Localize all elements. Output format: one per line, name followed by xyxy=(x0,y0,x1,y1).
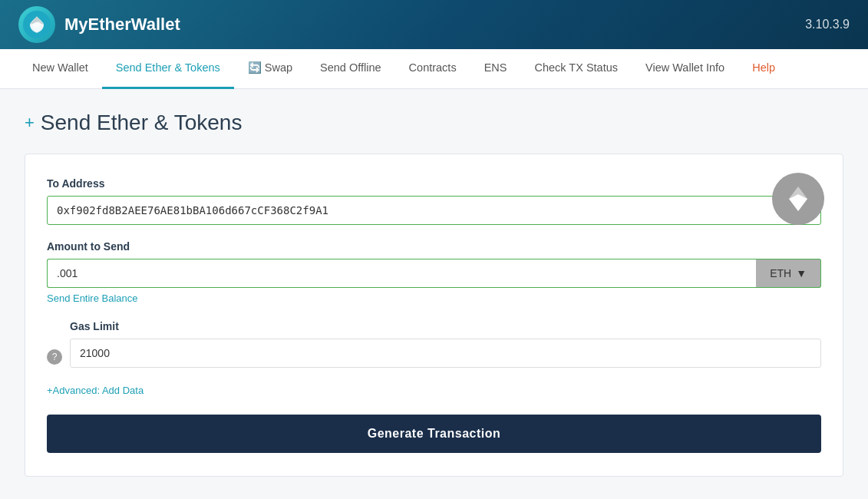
amount-label: Amount to Send xyxy=(47,240,821,253)
eth-logo xyxy=(772,173,824,225)
to-address-group: To Address xyxy=(47,177,821,225)
nav-item-send-offline[interactable]: Send Offline xyxy=(306,49,395,89)
gas-limit-input[interactable] xyxy=(70,339,821,368)
nav-item-check-tx-status[interactable]: Check TX Status xyxy=(520,49,632,89)
gas-field-wrapper: Gas Limit xyxy=(70,320,821,368)
send-entire-balance-link[interactable]: Send Entire Balance xyxy=(47,292,138,304)
amount-row: ETH ▼ xyxy=(47,259,821,288)
page-title-row: + Send Ether & Tokens xyxy=(25,111,843,135)
app-name: MyEtherWallet xyxy=(64,15,180,35)
page-content: + Send Ether & Tokens To Address Amount … xyxy=(0,89,868,498)
page-title: Send Ether & Tokens xyxy=(41,111,243,135)
gas-help-icon[interactable]: ? xyxy=(47,349,62,365)
nav-item-contracts[interactable]: Contracts xyxy=(395,49,470,89)
to-address-label: To Address xyxy=(47,177,821,190)
currency-label: ETH xyxy=(770,267,791,279)
nav-item-swap[interactable]: 🔄Swap xyxy=(234,49,306,89)
to-address-input[interactable] xyxy=(47,196,821,225)
advanced-add-data-link[interactable]: +Advanced: Add Data xyxy=(47,385,144,396)
app-version: 3.10.3.9 xyxy=(805,18,850,31)
gas-limit-label: Gas Limit xyxy=(70,320,821,332)
nav-item-help[interactable]: Help xyxy=(738,49,789,89)
form-card: To Address Amount to Send ETH ▼ Send Ent… xyxy=(25,154,843,477)
gas-limit-group: ? Gas Limit xyxy=(47,320,821,368)
nav-item-new-wallet[interactable]: New Wallet xyxy=(18,49,102,89)
logo xyxy=(18,6,55,43)
currency-dropdown-btn[interactable]: ETH ▼ xyxy=(756,259,821,288)
amount-group: Amount to Send ETH ▼ Send Entire Balance xyxy=(47,240,821,305)
nav: New Wallet Send Ether & Tokens 🔄Swap Sen… xyxy=(0,49,868,89)
plus-icon: + xyxy=(25,113,35,133)
generate-transaction-button[interactable]: Generate Transaction xyxy=(47,415,821,453)
amount-input[interactable] xyxy=(47,259,756,288)
dropdown-arrow-icon: ▼ xyxy=(796,267,807,279)
nav-item-ens[interactable]: ENS xyxy=(470,49,521,89)
nav-item-view-wallet-info[interactable]: View Wallet Info xyxy=(632,49,738,89)
header: MyEtherWallet 3.10.3.9 xyxy=(0,0,868,49)
swap-icon: 🔄 xyxy=(248,61,262,74)
header-left: MyEtherWallet xyxy=(18,6,180,43)
nav-item-send-ether-tokens[interactable]: Send Ether & Tokens xyxy=(102,49,234,89)
